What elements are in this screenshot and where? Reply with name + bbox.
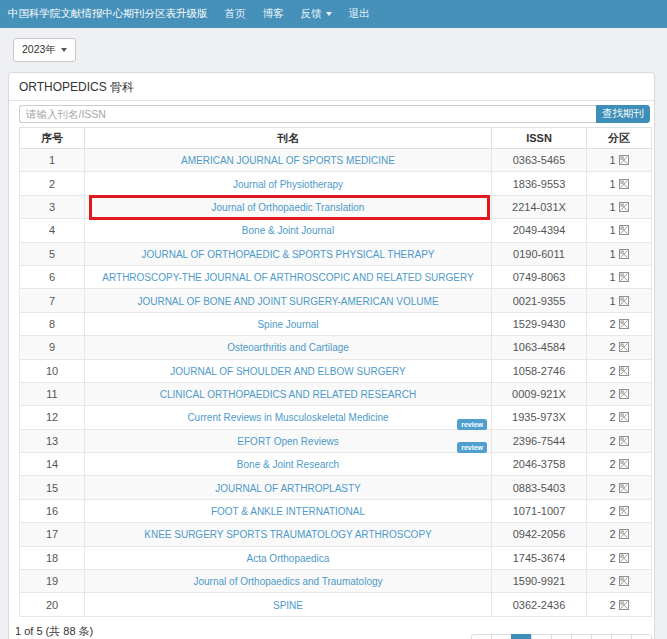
issn-cell: 0883-5403 <box>492 476 587 499</box>
chevron-down-icon <box>326 12 332 16</box>
row-index-cell: 1 <box>20 149 85 172</box>
column-header-zone: 分区 <box>587 128 652 149</box>
issn-cell: 0009-921X <box>492 382 587 405</box>
pagination-item-5[interactable]: 5 <box>591 634 612 639</box>
zone-cell: 2 <box>587 382 652 405</box>
navbar-menu: 首页博客反馈退出 <box>208 7 370 21</box>
journal-link[interactable]: EFORT Open Reviews <box>237 436 338 447</box>
zone-image-broken-icon <box>619 225 629 235</box>
table-row: 18Acta Orthopaedica1745-36742 <box>20 546 652 569</box>
table-row: 11CLINICAL ORTHOPAEDICS AND RELATED RESE… <box>20 382 652 405</box>
row-index-cell: 4 <box>20 219 85 242</box>
zone-image-broken-icon <box>619 179 629 189</box>
journal-link[interactable]: Osteoarthritis and Cartilage <box>227 342 349 353</box>
nav-item-3[interactable]: 退出 <box>349 7 370 21</box>
journal-link[interactable]: ARTHROSCOPY-THE JOURNAL OF ARTHROSCOPIC … <box>102 272 473 283</box>
table-row: 19Journal of Orthopaedics and Traumatolo… <box>20 570 652 593</box>
issn-cell: 0021-9355 <box>492 289 587 312</box>
journal-link[interactable]: JOURNAL OF ARTHROPLASTY <box>215 483 361 494</box>
zone-cell: 2 <box>587 546 652 569</box>
zone-cell: 1 <box>587 242 652 265</box>
issn-cell: 2046-3758 <box>492 453 587 476</box>
journal-name-cell: Acta Orthopaedica <box>85 546 492 569</box>
row-index-cell: 15 <box>20 476 85 499</box>
journal-link[interactable]: Current Reviews in Musculoskeletal Medic… <box>187 412 388 423</box>
zone-number: 2 <box>609 552 615 564</box>
zone-cell: 2 <box>587 359 652 382</box>
row-index-cell: 12 <box>20 406 85 429</box>
nav-item-0[interactable]: 首页 <box>225 7 246 21</box>
zone-cell: 2 <box>587 499 652 522</box>
panel-body: 查找期刊 序号 刊名 ISSN 分区 1AMERICAN JOURNAL OF … <box>9 101 654 639</box>
zone-cell: 1 <box>587 289 652 312</box>
nav-item-label: 反馈 <box>301 7 322 21</box>
pagination-item-«[interactable]: « <box>471 634 492 639</box>
column-header-index: 序号 <box>20 128 85 149</box>
issn-cell: 1745-3674 <box>492 546 587 569</box>
zone-number: 1 <box>609 295 615 307</box>
zone-number: 1 <box>609 178 615 190</box>
zone-image-broken-icon <box>619 319 629 329</box>
nav-item-1[interactable]: 博客 <box>263 7 284 21</box>
zone-cell: 1 <box>587 195 652 218</box>
journal-link[interactable]: Acta Orthopaedica <box>247 553 330 564</box>
zone-image-broken-icon <box>619 272 629 282</box>
table-row: 9Osteoarthritis and Cartilage1063-45842 <box>20 336 652 359</box>
journal-link[interactable]: CLINICAL ORTHOPAEDICS AND RELATED RESEAR… <box>160 389 416 400</box>
table-row: 17KNEE SURGERY SPORTS TRAUMATOLOGY ARTHR… <box>20 523 652 546</box>
row-index-cell: 2 <box>20 172 85 195</box>
pagination-item-4[interactable]: 4 <box>571 634 592 639</box>
issn-cell: 1063-4584 <box>492 336 587 359</box>
table-row: 1AMERICAN JOURNAL OF SPORTS MEDICINE0363… <box>20 149 652 172</box>
zone-image-broken-icon <box>619 342 629 352</box>
table-row: 7JOURNAL OF BONE AND JOINT SURGERY-AMERI… <box>20 289 652 312</box>
journal-link[interactable]: AMERICAN JOURNAL OF SPORTS MEDICINE <box>181 155 395 166</box>
pagination-item-»[interactable]: » <box>631 634 652 639</box>
zone-image-broken-icon <box>619 459 629 469</box>
year-selector-button[interactable]: 2023年 <box>13 38 76 62</box>
journal-link[interactable]: SPINE <box>273 600 303 611</box>
pagination-item-‹[interactable]: ‹ <box>491 634 512 639</box>
issn-cell: 1058-2746 <box>492 359 587 382</box>
journal-link[interactable]: JOURNAL OF SHOULDER AND ELBOW SURGERY <box>170 366 406 377</box>
row-index-cell: 11 <box>20 382 85 405</box>
journal-link[interactable]: FOOT & ANKLE INTERNATIONAL <box>211 506 365 517</box>
journal-link[interactable]: Journal of Orthopaedics and Traumatology <box>194 576 383 587</box>
zone-number: 2 <box>609 388 615 400</box>
pagination-item-1[interactable]: 1 <box>511 634 532 639</box>
table-header-row: 序号 刊名 ISSN 分区 <box>20 128 652 149</box>
pagination-item-2[interactable]: 2 <box>531 634 552 639</box>
journal-link[interactable]: Bone & Joint Journal <box>242 225 334 236</box>
journal-name-cell: Osteoarthritis and Cartilage <box>85 336 492 359</box>
journal-link[interactable]: Journal of Physiotherapy <box>233 179 343 190</box>
journal-name-cell: Journal of Orthopaedics and Traumatology <box>85 570 492 593</box>
nav-item-2[interactable]: 反馈 <box>301 7 332 21</box>
row-index-cell: 5 <box>20 242 85 265</box>
issn-cell: 1529-9430 <box>492 312 587 335</box>
zone-image-broken-icon <box>619 366 629 376</box>
search-bar: 查找期刊 <box>19 105 650 123</box>
nav-item-label: 退出 <box>349 7 370 21</box>
table-row: 12Current Reviews in Musculoskeletal Med… <box>20 406 652 429</box>
search-journal-button[interactable]: 查找期刊 <box>596 105 650 123</box>
search-input[interactable] <box>19 105 596 123</box>
row-index-cell: 13 <box>20 429 85 452</box>
zone-cell: 2 <box>587 336 652 359</box>
row-index-cell: 17 <box>20 523 85 546</box>
zone-image-broken-icon <box>619 553 629 563</box>
zone-cell: 1 <box>587 172 652 195</box>
journal-link[interactable]: JOURNAL OF BONE AND JOINT SURGERY-AMERIC… <box>137 296 438 307</box>
journal-link[interactable]: Spine Journal <box>257 319 318 330</box>
journal-link[interactable]: Journal of Orthopaedic Translation <box>212 202 365 213</box>
journal-link[interactable]: JOURNAL OF ORTHOPAEDIC & SPORTS PHYSICAL… <box>141 249 434 260</box>
journal-name-cell: Bone & Joint Journal <box>85 219 492 242</box>
zone-number: 2 <box>609 458 615 470</box>
journal-link[interactable]: Bone & Joint Research <box>237 459 339 470</box>
table-row: 5JOURNAL OF ORTHOPAEDIC & SPORTS PHYSICA… <box>20 242 652 265</box>
journal-link[interactable]: KNEE SURGERY SPORTS TRAUMATOLOGY ARTHROS… <box>144 529 432 540</box>
table-row: 15JOURNAL OF ARTHROPLASTY0883-54032 <box>20 476 652 499</box>
zone-image-broken-icon <box>619 506 629 516</box>
journal-name-cell: EFORT Open Reviewsreview <box>85 429 492 452</box>
pagination-item-›[interactable]: › <box>611 634 632 639</box>
pagination-item-3[interactable]: 3 <box>551 634 572 639</box>
